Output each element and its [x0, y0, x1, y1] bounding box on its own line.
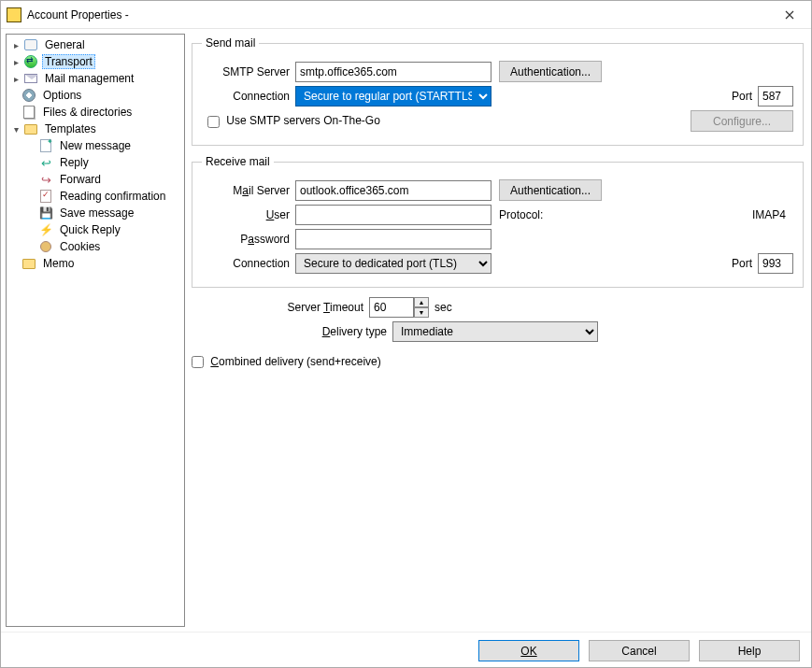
recv-port-label: Port [732, 257, 752, 270]
mail-server-label: Mail Server [202, 184, 295, 197]
combined-delivery-checkbox-label[interactable]: Combined delivery (send+receive) [192, 355, 381, 368]
tree-item-forward[interactable]: ↪ Forward [7, 171, 184, 188]
files-icon [23, 106, 35, 119]
cancel-button[interactable]: Cancel [589, 640, 690, 661]
ok-button[interactable]: OK [478, 640, 579, 661]
receive-mail-group: Receive mail Mail Server Authentication.… [192, 155, 804, 288]
tree-item-new-message[interactable]: New message [7, 137, 184, 154]
protocol-value: IMAP4 [752, 208, 786, 221]
spinner-down-button[interactable]: ▼ [414, 307, 429, 318]
password-label: Password [202, 233, 295, 246]
expand-icon[interactable]: ▸ [10, 39, 21, 50]
reading-confirmation-icon [40, 190, 51, 203]
help-button[interactable]: Help [699, 640, 800, 661]
send-port-label: Port [732, 90, 752, 103]
main-panel: Send mail SMTP Server Authentication... … [188, 29, 811, 632]
folder-icon [24, 124, 37, 135]
send-port-input[interactable] [758, 86, 793, 107]
send-connection-select[interactable]: Secure to regular port (STARTTLS) [295, 86, 491, 107]
mail-server-input[interactable] [295, 180, 491, 201]
tree-item-general[interactable]: ▸ General [7, 36, 184, 53]
protocol-label: Protocol: [499, 208, 543, 221]
save-icon: 💾 [39, 206, 53, 220]
cookies-icon [40, 241, 51, 252]
send-authentication-button[interactable]: Authentication... [499, 61, 602, 82]
title-bar: Account Properties - [1, 1, 811, 29]
send-connection-label: Connection [202, 90, 295, 103]
server-timeout-label: Server Timeout [192, 301, 369, 314]
smtp-onthego-checkbox-label[interactable]: Use SMTP servers On-The-Go [207, 114, 380, 127]
user-input[interactable] [295, 205, 491, 225]
server-timeout-input[interactable] [369, 297, 414, 318]
tree-item-memo[interactable]: Memo [7, 255, 184, 272]
tree-item-templates[interactable]: ▾ Templates [7, 121, 184, 137]
configure-button: Configure... [691, 110, 793, 132]
transport-icon [24, 55, 37, 68]
smtp-server-input[interactable] [295, 62, 491, 82]
new-message-icon [40, 139, 51, 152]
options-icon [22, 89, 36, 102]
tree-item-save-message[interactable]: 💾 Save message [7, 205, 184, 221]
general-icon [24, 39, 37, 50]
nav-tree[interactable]: ▸ General ▸ Transport ▸ Mail management … [6, 34, 185, 627]
user-label: User [202, 208, 295, 221]
send-mail-legend: Send mail [202, 36, 259, 50]
forward-icon: ↪ [41, 173, 51, 187]
collapse-icon[interactable]: ▾ [10, 123, 21, 135]
app-icon [7, 7, 21, 22]
memo-icon [22, 259, 36, 269]
smtp-server-label: SMTP Server [202, 65, 295, 78]
tree-item-reading-confirmation[interactable]: Reading confirmation [7, 188, 184, 205]
tree-item-transport[interactable]: ▸ Transport [7, 53, 184, 70]
expand-icon[interactable]: ▸ [10, 56, 21, 67]
send-mail-group: Send mail SMTP Server Authentication... … [192, 36, 804, 146]
server-timeout-spinner[interactable]: ▲ ▼ [369, 297, 429, 318]
tree-item-cookies[interactable]: Cookies [7, 238, 184, 255]
combined-delivery-checkbox[interactable] [192, 356, 204, 368]
delivery-type-label: Delivery type [192, 325, 392, 338]
recv-connection-label: Connection [202, 257, 295, 270]
window-title: Account Properties - [27, 8, 129, 21]
receive-mail-legend: Receive mail [202, 155, 274, 168]
recv-connection-select[interactable]: Secure to dedicated port (TLS) [295, 253, 491, 274]
password-input[interactable] [295, 229, 491, 249]
expand-icon[interactable]: ▸ [10, 73, 21, 84]
mail-icon [24, 74, 37, 83]
recv-port-input[interactable] [758, 253, 793, 274]
dialog-footer: OK Cancel Help [1, 632, 811, 668]
reply-icon: ↩ [41, 156, 51, 170]
recv-authentication-button[interactable]: Authentication... [499, 179, 602, 201]
close-button[interactable] [768, 1, 811, 29]
tree-item-reply[interactable]: ↩ Reply [7, 154, 184, 171]
quick-reply-icon: ⚡ [39, 223, 53, 236]
spinner-up-button[interactable]: ▲ [414, 297, 429, 307]
delivery-type-select[interactable]: Immediate [392, 321, 598, 342]
timeout-unit: sec [434, 301, 452, 314]
smtp-onthego-checkbox[interactable] [207, 116, 220, 128]
tree-item-options[interactable]: Options [7, 87, 184, 104]
tree-item-files-directories[interactable]: Files & directories [7, 104, 184, 121]
tree-item-quick-reply[interactable]: ⚡ Quick Reply [7, 221, 184, 238]
tree-item-mail-management[interactable]: ▸ Mail management [7, 70, 184, 87]
